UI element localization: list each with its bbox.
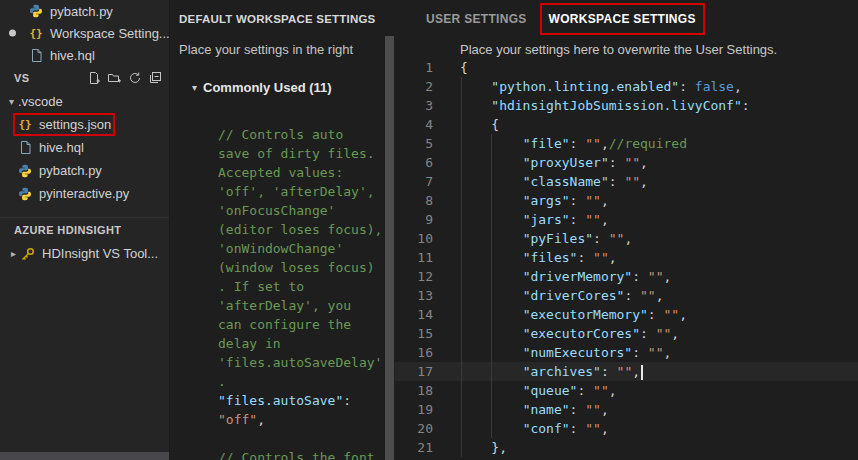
- code-line[interactable]: 16 "numExecutors": "",: [395, 343, 858, 362]
- code-text: "archives": "",: [433, 364, 643, 379]
- code-line[interactable]: 'afterDelay', you: [218, 296, 385, 315]
- default-settings-hint: Place your settings in the right: [179, 42, 353, 57]
- code-line[interactable]: [218, 429, 385, 448]
- code-line[interactable]: 12 "driverMemory": "",: [395, 267, 858, 286]
- code-text: {: [433, 117, 499, 132]
- line-number: 7: [395, 172, 433, 191]
- code-line[interactable]: "files.autoSave":: [218, 391, 385, 410]
- code-line[interactable]: // Controls the font: [218, 448, 385, 460]
- folder-label: .vscode: [18, 94, 63, 109]
- code-line[interactable]: 14 "executorMemory": "",: [395, 305, 858, 324]
- code-line[interactable]: 7 "className": "",: [395, 172, 858, 191]
- code-line[interactable]: 13 "driverCores": "",: [395, 286, 858, 305]
- code-line[interactable]: 'files.autoSaveDelay': [218, 353, 385, 372]
- tree-item-vscode-folder[interactable]: ▾ .vscode: [0, 90, 169, 113]
- code-line[interactable]: 18 "queue": "",: [395, 381, 858, 400]
- code-line[interactable]: 3 "hdinsightJobSumission.livyConf":: [395, 96, 858, 115]
- tree-item-hive-hql[interactable]: hive.hql: [0, 136, 169, 159]
- chevron-down-icon: ▾: [5, 96, 18, 107]
- open-editor-label: hive.hql: [50, 48, 95, 63]
- tree-item-hdinsight-tool[interactable]: ▸ HDInsight VS Tool...: [0, 242, 169, 265]
- code-line[interactable]: delay in: [218, 334, 385, 353]
- code-line[interactable]: 21 },: [395, 438, 858, 457]
- file-icon: [17, 141, 33, 154]
- code-text: 'off', 'afterDelay',: [218, 184, 375, 199]
- code-text: "file": "",//required: [433, 136, 687, 151]
- open-editor-workspace-settings[interactable]: {} Workspace Setting...: [0, 22, 169, 44]
- code-text: "pyFiles": "",: [433, 231, 632, 246]
- new-file-icon: [88, 72, 100, 84]
- new-folder-button[interactable]: [108, 72, 121, 84]
- code-line[interactable]: 19 "name": "",: [395, 400, 858, 419]
- code-text: save of dirty files.: [218, 146, 375, 161]
- code-line[interactable]: 11 "files": "",: [395, 248, 858, 267]
- code-text: "driverCores": "",: [433, 288, 664, 303]
- code-line[interactable]: 'onFocusChange': [218, 201, 385, 220]
- tab-user-settings[interactable]: USER SETTINGS: [426, 12, 527, 26]
- code-text: (editor loses focus),: [218, 222, 382, 237]
- modified-dot: [9, 30, 16, 37]
- line-number: 6: [395, 153, 433, 172]
- workspace-settings-pane: USER SETTINGS WORKSPACE SETTINGS Place y…: [395, 0, 858, 460]
- collapse-all-button[interactable]: [149, 72, 161, 84]
- sidebar-horizontal-scrollbar[interactable]: [0, 452, 170, 460]
- code-line[interactable]: 5 "file": "",//required: [395, 134, 858, 153]
- new-file-button[interactable]: [88, 72, 100, 84]
- code-line[interactable]: 'off', 'afterDelay',: [218, 182, 385, 201]
- code-line[interactable]: 6 "proxyUser": "",: [395, 153, 858, 172]
- code-text: can configure the: [218, 317, 351, 332]
- line-number: 10: [395, 229, 433, 248]
- tab-workspace-settings[interactable]: WORKSPACE SETTINGS: [549, 12, 696, 26]
- code-line[interactable]: 10 "pyFiles": "",: [395, 229, 858, 248]
- code-line[interactable]: Accepted values:: [218, 163, 385, 182]
- refresh-button[interactable]: [129, 72, 141, 84]
- azure-hdinsight-header[interactable]: AZURE HDINSIGHT: [0, 218, 169, 242]
- python-icon: [17, 187, 33, 201]
- code-line[interactable]: 4 {: [395, 115, 858, 134]
- indent-guide: [461, 77, 462, 457]
- section-label: Commonly Used (11): [203, 80, 332, 95]
- code-line[interactable]: . If set to: [218, 277, 385, 296]
- code-text: "python.linting.enabled": false,: [433, 79, 742, 94]
- code-line[interactable]: 2 "python.linting.enabled": false,: [395, 77, 858, 96]
- code-line[interactable]: 8 "args": "",: [395, 191, 858, 210]
- workspace-settings-code: 1{2 "python.linting.enabled": false,3 "h…: [395, 58, 858, 460]
- workspace-section-header[interactable]: VS: [0, 66, 169, 90]
- code-text: // Controls auto: [218, 127, 343, 142]
- code-text: 'onWindowChange': [218, 241, 343, 256]
- tree-item-pyinteractive-py[interactable]: pyinteractive.py: [0, 182, 169, 205]
- file-label: settings.json: [39, 117, 111, 132]
- text-cursor: [641, 365, 643, 380]
- code-line[interactable]: (window loses focus): [218, 258, 385, 277]
- tree-item-settings-json[interactable]: {} settings.json: [0, 113, 169, 136]
- highlight-box-settings-json: {} settings.json: [17, 117, 111, 132]
- code-line[interactable]: // Controls auto: [218, 125, 385, 144]
- code-line[interactable]: 15 "executorCores": "",: [395, 324, 858, 343]
- code-text: .: [218, 374, 226, 389]
- code-line[interactable]: 17 "archives": "",: [395, 362, 858, 381]
- code-line[interactable]: 9 "jars": "",: [395, 210, 858, 229]
- commonly-used-section[interactable]: ▾ Commonly Used (11): [192, 80, 332, 95]
- code-text: {: [433, 60, 468, 75]
- line-number: 20: [395, 419, 433, 438]
- vertical-scrollbar[interactable]: [385, 36, 394, 460]
- code-line[interactable]: 20 "conf": "",: [395, 419, 858, 438]
- collapse-all-icon: [149, 72, 161, 84]
- code-line[interactable]: 'onWindowChange': [218, 239, 385, 258]
- code-line[interactable]: 1{: [395, 58, 858, 77]
- code-line[interactable]: "off",: [218, 410, 385, 429]
- azure-hdinsight-section: AZURE HDINSIGHT ▸ HDInsight VS Tool...: [0, 217, 169, 265]
- open-editor-hive[interactable]: hive.hql: [0, 44, 169, 66]
- item-label: HDInsight VS Tool...: [42, 246, 158, 261]
- open-editor-pybatch[interactable]: pybatch.py: [0, 0, 169, 22]
- default-settings-pane: DEFAULT WORKSPACE SETTINGS Place your se…: [171, 0, 385, 460]
- key-icon: [20, 247, 36, 261]
- workspace-settings-hint: Place your settings here to overwrite th…: [460, 42, 777, 57]
- code-line[interactable]: (editor loses focus),: [218, 220, 385, 239]
- code-line[interactable]: .: [218, 372, 385, 391]
- file-label: pybatch.py: [39, 163, 102, 178]
- code-text: "className": "",: [433, 174, 648, 189]
- code-line[interactable]: save of dirty files.: [218, 144, 385, 163]
- tree-item-pybatch-py[interactable]: pybatch.py: [0, 159, 169, 182]
- code-line[interactable]: can configure the: [218, 315, 385, 334]
